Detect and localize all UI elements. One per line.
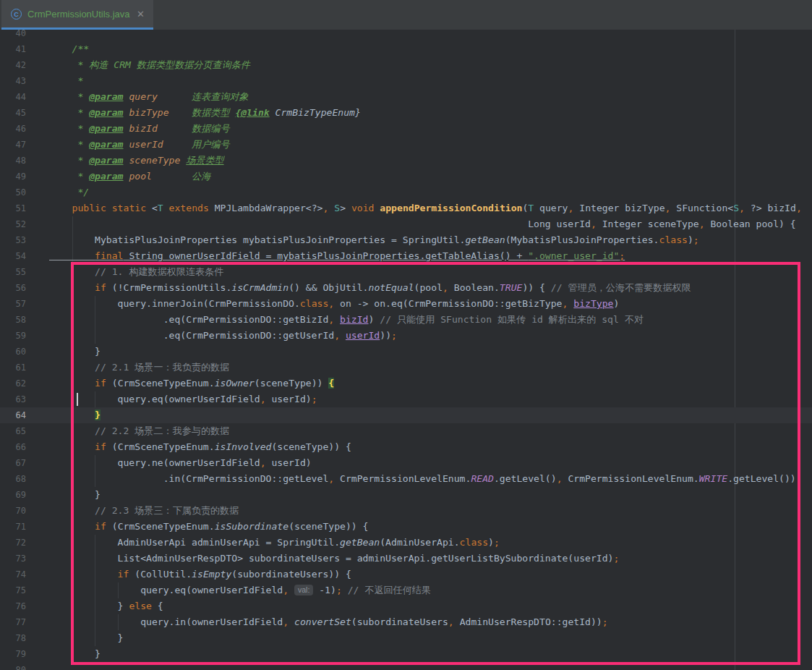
code-line[interactable]: 41 /**	[0, 41, 812, 57]
line-number[interactable]: 75	[0, 582, 26, 598]
line-number[interactable]: 63	[0, 391, 26, 407]
line-number[interactable]: 76	[0, 598, 26, 614]
token-k: ,	[283, 585, 289, 595]
line-number[interactable]: 46	[0, 121, 26, 137]
tab-crmpermissionutils[interactable]: C CrmPermissionUtils.java ✕	[1, 0, 153, 30]
code-text: if (!CrmPermissionUtils.isCrmAdmin() && …	[49, 280, 691, 296]
code-line[interactable]: 78 }	[0, 630, 812, 646]
line-number[interactable]: 74	[0, 567, 26, 582]
line-number[interactable]: 56	[0, 280, 26, 296]
code-line[interactable]: 73 List<AdminUserRespDTO> subordinateUse…	[0, 551, 812, 567]
code-line[interactable]: 45 * @param bizType 数据类型 {@link CrmBizTy…	[0, 105, 812, 121]
line-number[interactable]: 67	[0, 455, 26, 471]
line-number[interactable]: 57	[0, 296, 26, 312]
token-k: if	[95, 282, 106, 293]
line-number[interactable]: 47	[0, 137, 26, 153]
tab-close-icon[interactable]: ✕	[135, 8, 146, 20]
code-line[interactable]: 80	[0, 662, 812, 670]
code-line[interactable]: 50 */	[0, 185, 812, 200]
code-line[interactable]: 51 public static <T extends MPJLambdaWra…	[0, 200, 812, 216]
line-number[interactable]: 80	[0, 662, 26, 670]
code-line[interactable]: 46 * @param bizId 数据编号	[0, 121, 812, 137]
code-line[interactable]: 63 query.eq(ownerUserIdField, userId);	[0, 391, 812, 407]
line-number[interactable]: 59	[0, 328, 26, 344]
code-line[interactable]: 44 * @param query 连表查询对象	[0, 89, 812, 105]
line-number[interactable]: 53	[0, 232, 26, 248]
code-line[interactable]: 76 } else {	[0, 598, 812, 614]
token-p: .getLevel()	[494, 473, 557, 484]
line-number[interactable]: 44	[0, 89, 26, 105]
code-line[interactable]: 47 * @param userId 用户编号	[0, 137, 812, 153]
code-line[interactable]: 70 // 2.3 场景三：下属负责的数据	[0, 503, 812, 519]
code-line[interactable]: 75 query.eq(ownerUserIdField, val: -1); …	[0, 582, 812, 598]
code-line[interactable]: 40	[0, 30, 812, 41]
line-number[interactable]: 49	[0, 169, 26, 185]
token-p: query.ne(ownerUserIdField	[49, 457, 260, 468]
code-line[interactable]: 42 * 构造 CRM 数据类型数据分页查询条件	[0, 57, 812, 73]
code-line[interactable]: 68 .in(CrmPermissionDO::getLevel, CrmPer…	[0, 471, 812, 487]
line-number[interactable]: 77	[0, 614, 26, 630]
line-number[interactable]: 55	[0, 264, 26, 280]
line-number[interactable]: 68	[0, 471, 26, 487]
line-number[interactable]: 66	[0, 439, 26, 455]
token-i: notEqual	[369, 282, 414, 293]
code-editor[interactable]: 4041 /**42 * 构造 CRM 数据类型数据分页查询条件43 *44 *…	[0, 30, 812, 670]
line-number[interactable]: 52	[0, 216, 26, 232]
code-line[interactable]: 53 MybatisPlusJoinProperties mybatisPlus…	[0, 232, 812, 248]
line-number[interactable]: 79	[0, 646, 26, 662]
code-line[interactable]: 79 }	[0, 646, 812, 662]
token-p: (subordinateUsers)) {	[231, 569, 351, 580]
line-number[interactable]: 60	[0, 344, 26, 360]
line-number[interactable]: 42	[0, 57, 26, 73]
code-line[interactable]: 61 // 2.1 场景一：我负责的数据	[0, 360, 812, 376]
line-number[interactable]: 78	[0, 630, 26, 646]
token-p: AdminUserRespDTO::getId))	[454, 616, 602, 627]
code-line[interactable]: 48 * @param sceneType 场景类型	[0, 153, 812, 169]
line-number[interactable]: 54	[0, 248, 26, 264]
line-number[interactable]: 64	[0, 407, 26, 423]
token-cn: TRUE	[500, 282, 523, 293]
line-number[interactable]: 58	[0, 312, 26, 328]
line-number[interactable]: 48	[0, 153, 26, 169]
line-number[interactable]: 51	[0, 200, 26, 216]
token-c: // 2.2 场景二：我参与的数据	[95, 425, 229, 436]
code-line[interactable]: 49 * @param pool 公海	[0, 169, 812, 185]
code-line[interactable]: 57 query.innerJoin(CrmPermissionDO.class…	[0, 296, 812, 312]
line-number[interactable]: 61	[0, 360, 26, 376]
code-line[interactable]: 62 if (CrmSceneTypeEnum.isOwner(sceneTyp…	[0, 376, 812, 391]
code-text: * @param bizId 数据编号	[49, 121, 230, 137]
line-number[interactable]: 43	[0, 73, 26, 89]
line-number[interactable]: 40	[0, 30, 26, 41]
code-line[interactable]: 55 // 1. 构建数据权限连表条件	[0, 264, 812, 280]
line-number[interactable]: 72	[0, 535, 26, 551]
code-line[interactable]: 69 }	[0, 487, 812, 503]
code-line[interactable]: 74 if (CollUtil.isEmpty(subordinateUsers…	[0, 567, 812, 582]
code-line[interactable]: 56 if (!CrmPermissionUtils.isCrmAdmin() …	[0, 280, 812, 296]
token-p: {	[152, 601, 163, 611]
code-line[interactable]: 52 Long userId, Integer sceneType, Boole…	[0, 216, 812, 232]
token-p: (CollUtil.	[129, 569, 192, 580]
code-line[interactable]: 65 // 2.2 场景二：我参与的数据	[0, 423, 812, 439]
line-number[interactable]: 62	[0, 376, 26, 391]
code-line[interactable]: 77 query.in(ownerUserIdField, convertSet…	[0, 614, 812, 630]
code-line[interactable]: 67 query.ne(ownerUserIdField, userId)	[0, 455, 812, 471]
line-number[interactable]: 50	[0, 185, 26, 200]
token-cn: READ	[471, 473, 494, 484]
line-number[interactable]: 45	[0, 105, 26, 121]
code-line[interactable]: 71 if (CrmSceneTypeEnum.isSubordinate(sc…	[0, 519, 812, 535]
line-number[interactable]: 69	[0, 487, 26, 503]
code-line[interactable]: 64 }	[0, 407, 812, 423]
code-line[interactable]: 43 *	[0, 73, 812, 89]
code-line[interactable]: 60 }	[0, 344, 812, 360]
code-line[interactable]: 54 final String ownerUserIdField = mybat…	[0, 248, 812, 264]
token-d: */	[49, 187, 89, 198]
line-number[interactable]: 73	[0, 551, 26, 567]
code-line[interactable]: 59 .eq(CrmPermissionDO::getUserId, userI…	[0, 328, 812, 344]
code-line[interactable]: 58 .eq(CrmPermissionDO::getBizId, bizId)…	[0, 312, 812, 328]
line-number[interactable]: 71	[0, 519, 26, 535]
code-line[interactable]: 66 if (CrmSceneTypeEnum.isInvolved(scene…	[0, 439, 812, 455]
line-number[interactable]: 41	[0, 41, 26, 57]
line-number[interactable]: 70	[0, 503, 26, 519]
line-number[interactable]: 65	[0, 423, 26, 439]
code-line[interactable]: 72 AdminUserApi adminUserApi = SpringUti…	[0, 535, 812, 551]
